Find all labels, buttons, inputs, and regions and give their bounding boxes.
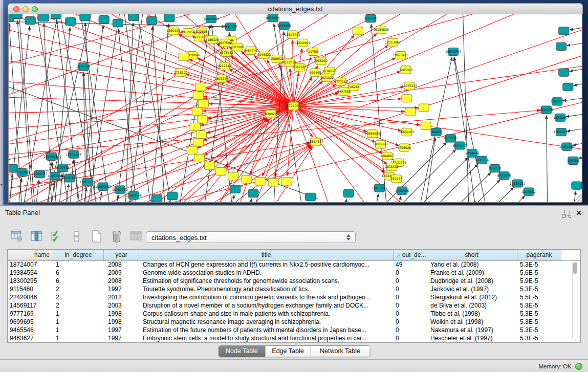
graph-node[interactable]: 15692971 bbox=[553, 128, 569, 136]
graph-edge-reference[interactable] bbox=[454, 57, 485, 202]
graph-node[interactable]: 2803144 bbox=[214, 75, 228, 82]
create-table-icon[interactable] bbox=[90, 230, 103, 243]
cell-in_degree[interactable]: 1 bbox=[53, 310, 104, 318]
graph-edge-citation[interactable] bbox=[293, 66, 582, 106]
graph-edge-citation[interactable] bbox=[293, 106, 328, 202]
cell-year[interactable]: 1997 bbox=[104, 326, 139, 334]
graph-node[interactable] bbox=[230, 185, 241, 193]
graph-edge-citation[interactable] bbox=[293, 106, 364, 202]
table-row[interactable]: 946362711997Embryonic stem cells: a mode… bbox=[8, 334, 572, 342]
panel-collapse-arrow-icon[interactable]: ◂ bbox=[0, 182, 2, 187]
graph-node[interactable] bbox=[402, 95, 412, 102]
cell-name[interactable]: 19384554 bbox=[8, 269, 53, 277]
cell-short[interactable]: de Silva et al. (2003) bbox=[426, 301, 517, 310]
graph-edge-reference[interactable] bbox=[454, 57, 475, 202]
graph-edge-reference[interactable] bbox=[424, 158, 468, 202]
cell-short[interactable]: Stergiakouli et al. (2012) bbox=[426, 293, 517, 301]
graph-edge-reference[interactable] bbox=[377, 194, 378, 202]
memory-status-indicator[interactable] bbox=[575, 363, 582, 370]
graph-node[interactable] bbox=[216, 168, 226, 176]
show-columns-icon[interactable] bbox=[30, 230, 43, 243]
table-row[interactable]: 1872400712008Changes of HCN gene express… bbox=[8, 260, 572, 269]
graph-node[interactable] bbox=[113, 19, 123, 27]
graph-edge-citation[interactable] bbox=[293, 99, 401, 106]
cell-in_degree[interactable]: 2 bbox=[53, 293, 104, 301]
graph-node[interactable]: 9756928 bbox=[397, 144, 411, 151]
graph-node[interactable] bbox=[353, 27, 363, 35]
graph-node[interactable] bbox=[66, 18, 76, 26]
cell-out_degree[interactable]: 0 bbox=[394, 334, 426, 342]
cell-year[interactable]: 2008 bbox=[104, 277, 139, 285]
column-header-title[interactable]: title bbox=[139, 250, 394, 260]
cell-name[interactable]: 9465546 bbox=[8, 326, 53, 334]
graph-node[interactable] bbox=[190, 123, 200, 130]
graph-node[interactable]: 16640910 bbox=[295, 39, 311, 47]
graph-node[interactable] bbox=[228, 172, 238, 180]
graph-node[interactable]: 16405 bbox=[431, 128, 441, 136]
graph-node[interactable]: 1244415 bbox=[550, 98, 564, 105]
graph-node[interactable] bbox=[281, 178, 292, 185]
graph-node[interactable] bbox=[128, 14, 138, 21]
graph-node[interactable]: 1621022 bbox=[320, 74, 334, 81]
graph-node[interactable] bbox=[419, 104, 429, 112]
table-row[interactable]: 2242004622012Investigating the contribut… bbox=[8, 293, 572, 301]
graph-edge-reference[interactable] bbox=[36, 180, 39, 202]
cell-pagerank[interactable]: 5.3E-5 bbox=[517, 301, 561, 310]
cell-title[interactable]: Estimation of the future numbers of pati… bbox=[139, 326, 394, 334]
graph-node[interactable]: 2687682 bbox=[364, 15, 378, 23]
graph-node[interactable]: 6879197 bbox=[453, 142, 467, 149]
cell-pagerank[interactable]: 5.3E-5 bbox=[517, 310, 561, 318]
cell-pagerank[interactable]: 5.3E-5 bbox=[517, 285, 561, 293]
graph-node[interactable] bbox=[572, 182, 582, 189]
graph-edge-reference[interactable] bbox=[169, 201, 170, 202]
row-height-icon[interactable] bbox=[70, 230, 83, 243]
graph-node[interactable]: 11758 bbox=[308, 48, 318, 55]
graph-node[interactable]: 10654112 bbox=[510, 180, 526, 187]
cell-in_degree[interactable]: 1 bbox=[53, 318, 104, 326]
cell-short[interactable]: Jankovic et al. (1997) bbox=[426, 285, 517, 293]
cell-title[interactable]: Corpus callosum shape and size in male p… bbox=[139, 310, 394, 318]
graph-node[interactable]: 12942757 bbox=[32, 170, 48, 178]
graph-node[interactable] bbox=[38, 14, 49, 21]
graph-node[interactable] bbox=[255, 178, 265, 185]
graph-node[interactable]: 1621064 bbox=[553, 114, 567, 121]
cell-out_degree[interactable]: 0 bbox=[394, 318, 426, 326]
graph-node[interactable]: 7485063 bbox=[399, 66, 412, 74]
graph-edge-reference[interactable] bbox=[462, 172, 491, 202]
graph-node[interactable]: 8813054 bbox=[266, 14, 280, 22]
graph-node[interactable]: 10688609 bbox=[364, 130, 380, 138]
graph-node[interactable] bbox=[306, 193, 316, 201]
graph-node[interactable]: 7955812 bbox=[314, 57, 328, 65]
cell-title[interactable]: Genome-wide association studies in ADHD. bbox=[139, 269, 394, 277]
graph-node[interactable]: 16033809 bbox=[203, 15, 219, 23]
table-row[interactable]: 946554611997Estimation of the future num… bbox=[8, 326, 572, 334]
graph-node[interactable] bbox=[164, 14, 175, 22]
graph-node[interactable]: 2367608 bbox=[230, 43, 244, 51]
graph-node[interactable]: 17359924 bbox=[66, 150, 81, 158]
table-row[interactable]: 969969511998Structural magnetic resonanc… bbox=[8, 318, 572, 326]
graph-edge-citation[interactable] bbox=[293, 106, 384, 172]
graph-node[interactable]: 9884067 bbox=[380, 152, 394, 160]
cell-title[interactable]: Disruption of a novel member of a sodium… bbox=[139, 301, 394, 310]
graph-edge-reference[interactable] bbox=[499, 187, 513, 202]
graph-node[interactable]: 9146821 bbox=[257, 51, 271, 58]
column-header-name[interactable]: name bbox=[8, 250, 53, 260]
close-panel-icon[interactable]: ✕ bbox=[576, 208, 582, 217]
graph-edge-reference[interactable] bbox=[518, 196, 525, 202]
graph-node[interactable]: 8186328 bbox=[205, 36, 219, 43]
graph-node[interactable] bbox=[51, 14, 61, 19]
cell-year[interactable]: 2012 bbox=[104, 293, 139, 301]
cell-name[interactable]: 18300295 bbox=[8, 277, 53, 285]
cell-name[interactable]: 9777169 bbox=[8, 310, 53, 318]
cell-year[interactable]: 2009 bbox=[104, 269, 139, 277]
cell-in_degree[interactable]: 1 bbox=[53, 326, 104, 334]
graph-node[interactable]: 1362615 bbox=[293, 63, 307, 71]
graph-node[interactable]: 7632621 bbox=[488, 164, 502, 172]
left-panel-gutter[interactable]: ◂ bbox=[0, 0, 4, 205]
cell-short[interactable]: Yano et al. (2008) bbox=[426, 260, 517, 269]
graph-node[interactable]: 12505135 bbox=[61, 174, 77, 182]
graph-node[interactable] bbox=[25, 17, 35, 25]
citation-network-graph[interactable]: 1724007183002958860123891295418226058982… bbox=[9, 14, 582, 202]
select-all-icon[interactable] bbox=[50, 230, 63, 243]
graph-node[interactable] bbox=[187, 146, 197, 154]
